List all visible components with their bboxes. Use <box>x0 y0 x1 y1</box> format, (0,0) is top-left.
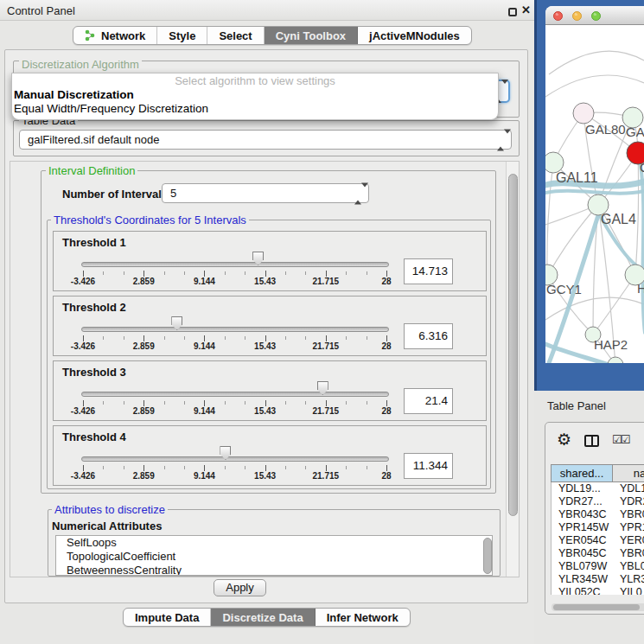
slider-tick-label: 21.715 <box>313 341 340 351</box>
attributes-group: Attributes to discretize Numerical Attri… <box>48 509 501 577</box>
settings-scrollbar-thumb[interactable] <box>508 174 518 516</box>
cell-shared-name[interactable]: YBL079W <box>552 560 614 573</box>
cell-name[interactable]: YBR0 <box>614 547 644 560</box>
table-row[interactable]: YDR27...YDR2 <box>552 495 644 508</box>
attribute-item[interactable]: SelfLoops <box>56 536 492 550</box>
threshold-panel-3: Threshold 3-3.4262.8599.14415.4321.71528… <box>53 360 487 421</box>
algorithm-option-0[interactable]: Manual Discretization <box>12 87 498 101</box>
zoom-light[interactable] <box>591 11 601 21</box>
table-row[interactable]: YBR043CYBR0 <box>552 508 644 521</box>
table-row[interactable]: YLR345WYLR3 <box>552 573 644 586</box>
table-hscrollbar-thumb[interactable] <box>553 604 640 610</box>
minimize-light[interactable] <box>572 11 582 21</box>
cell-shared-name[interactable]: YPR145W <box>552 521 614 534</box>
gear-icon[interactable]: ⚙ <box>557 431 571 448</box>
settings-scroll-area: Interval Definition Number of Intervals … <box>10 161 520 577</box>
cell-name[interactable]: YER0 <box>614 534 644 547</box>
table-row[interactable]: YBL079WYBL0 <box>552 560 644 573</box>
slider-tick <box>164 271 165 275</box>
cell-shared-name[interactable]: YBR043C <box>552 508 614 521</box>
slider-tick <box>285 466 286 469</box>
cell-name[interactable]: YPR1 <box>614 521 644 534</box>
tab-label: Impute Data <box>135 611 199 624</box>
slider-tick <box>124 401 124 405</box>
table-row[interactable]: YDL19...YDL1 <box>552 482 644 495</box>
slider-tick-label: 9.144 <box>194 277 215 286</box>
cell-shared-name[interactable]: YER054C <box>552 534 614 547</box>
tab-select[interactable]: Select <box>207 27 264 44</box>
cell-shared-name[interactable]: YDL19... <box>552 482 614 495</box>
tab-jactivemnodules[interactable]: jActiveMNodules <box>358 27 471 44</box>
slider-tick <box>346 401 347 405</box>
table-row[interactable]: YER054CYER0 <box>552 534 644 547</box>
slider-track[interactable] <box>81 262 389 267</box>
cell-name[interactable]: YLR3 <box>614 573 644 586</box>
slider-tick <box>103 401 104 405</box>
cell-name[interactable]: YIL0 <box>614 586 644 595</box>
slider-tick <box>265 465 266 471</box>
tab-network[interactable]: Network <box>73 27 157 44</box>
algorithm-option-1[interactable]: Equal Width/Frequency Discretization <box>12 101 498 115</box>
tab-cyni-toolbox[interactable]: Cyni Toolbox <box>265 27 358 44</box>
settings-scrollbar-track[interactable] <box>506 162 520 577</box>
slider-tick-label: -3.426 <box>71 471 95 481</box>
number-of-intervals-value: 5 <box>170 187 176 200</box>
close-light[interactable] <box>553 11 563 21</box>
tab-style[interactable]: Style <box>157 27 207 44</box>
slider-tick <box>346 466 347 469</box>
checkbox-columns-icon[interactable]: ☑☑ <box>612 433 628 446</box>
attribute-item[interactable]: TopologicalCoefficient <box>56 550 492 564</box>
attributes-list-scrollbar[interactable] <box>483 538 492 574</box>
slider-tick <box>225 336 226 340</box>
network-view[interactable]: GAL80GACGAL11GAL4GCY1HHAP2 <box>545 25 644 363</box>
cell-name[interactable]: YBL0 <box>614 560 644 573</box>
cell-shared-name[interactable]: YIL052C <box>552 586 614 595</box>
cell-shared-name[interactable]: YDR27... <box>552 495 614 508</box>
slider-track[interactable] <box>81 392 389 397</box>
tab-discretize-data[interactable]: Discretize Data <box>211 609 315 626</box>
column-header-name[interactable]: name <box>612 464 644 482</box>
slider-track[interactable] <box>81 327 389 332</box>
slider-tick-label: 21.715 <box>313 277 340 286</box>
table-data-combobox[interactable]: galFiltered.sif default node <box>19 130 512 150</box>
tab-label: Network <box>101 29 145 42</box>
threshold-panel-1: Threshold 1-3.4262.8599.14415.4321.71528… <box>53 231 487 291</box>
number-of-intervals-combobox[interactable]: 5 <box>162 183 369 203</box>
discretization-algorithm-title: Discretization Algorithm <box>19 58 142 71</box>
tab-infer-network[interactable]: Infer Network <box>316 609 410 626</box>
slider-tick <box>386 400 387 406</box>
column-header-shared-name[interactable]: shared... <box>551 464 613 482</box>
table-row[interactable]: YIL052CYIL0 <box>552 586 644 595</box>
slider-tick <box>143 400 144 406</box>
threshold-value-field[interactable]: 6.316 <box>404 323 453 349</box>
threshold-value-field[interactable]: 11.344 <box>404 453 453 479</box>
cell-shared-name[interactable]: YBR045C <box>552 547 614 560</box>
close-icon[interactable]: ✕ <box>521 3 531 16</box>
table-data-value: galFiltered.sif default node <box>28 133 159 146</box>
slider-tick <box>265 335 266 341</box>
table-row[interactable]: YBR045CYBR0 <box>552 547 644 560</box>
network-edge <box>547 163 553 275</box>
threshold-value-field[interactable]: 14.713 <box>404 258 453 284</box>
cell-name[interactable]: YDR2 <box>614 495 644 508</box>
slider-track[interactable] <box>81 456 389 462</box>
cell-shared-name[interactable]: YLR345W <box>552 573 614 586</box>
node-gal80[interactable] <box>573 103 594 124</box>
attribute-item[interactable]: BetweennessCentrality <box>56 564 492 576</box>
slider-tick <box>367 466 367 469</box>
slider-tick-label: 2.859 <box>133 277 155 286</box>
float-window-icon[interactable] <box>508 8 517 16</box>
slider-tick <box>346 336 347 340</box>
apply-button[interactable]: Apply <box>214 579 266 596</box>
slider-tick <box>204 400 205 406</box>
table-hscrollbar-track[interactable] <box>552 603 644 611</box>
slider-tick <box>225 401 226 405</box>
tab-impute-data[interactable]: Impute Data <box>124 609 211 626</box>
table-row[interactable]: YPR145WYPR1 <box>552 521 644 534</box>
split-view-icon[interactable] <box>584 435 599 447</box>
threshold-value-field[interactable]: 21.4 <box>404 388 453 414</box>
cell-name[interactable]: YDL1 <box>614 482 644 495</box>
cell-name[interactable]: YBR0 <box>614 508 644 521</box>
tab-label: Select <box>219 29 252 42</box>
node-label: GA <box>626 124 644 139</box>
